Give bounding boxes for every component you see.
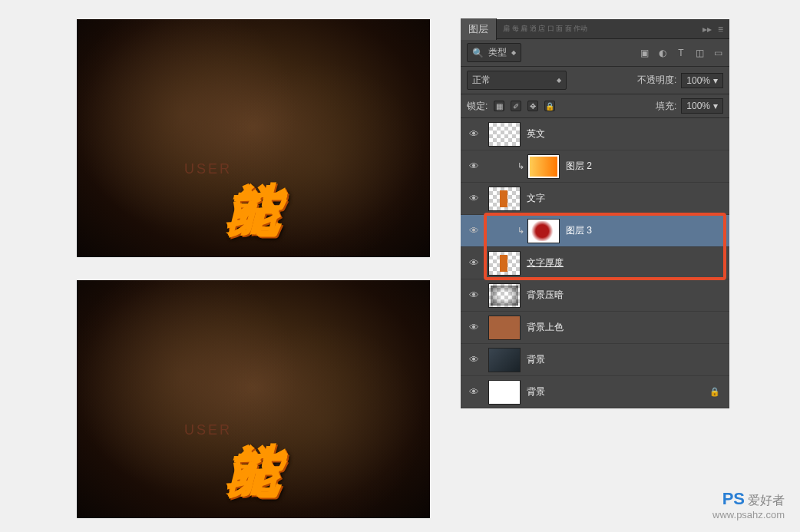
visibility-eye-icon[interactable]: 👁: [465, 354, 482, 365]
layer-thumbnail[interactable]: [488, 251, 521, 276]
opacity-value: 100%: [686, 75, 710, 86]
blend-row: 正常 ◆ 不透明度: 100% ▾: [461, 67, 729, 94]
opacity-control: 不透明度: 100% ▾: [637, 73, 723, 88]
layer-name-label[interactable]: 英文: [527, 127, 725, 140]
layer-name-label[interactable]: 背景: [527, 353, 725, 366]
chevron-down-icon: ◆: [511, 49, 516, 56]
preview-top: 充能站 USER: [77, 19, 430, 257]
user-watermark: USER: [184, 161, 232, 177]
filter-icon-strip: ▣ ◐ T ◫ ▭: [639, 48, 723, 58]
lock-icon: 🔒: [709, 387, 720, 397]
layer-name-label[interactable]: 背景压暗: [527, 289, 725, 302]
layer-name-label[interactable]: 图层 3: [566, 224, 725, 237]
collapse-icon[interactable]: ▸▸: [702, 24, 712, 35]
layer-thumbnail[interactable]: [488, 316, 521, 340]
layer-name-label[interactable]: 背景上色: [527, 321, 725, 334]
layer-row[interactable]: 👁英文: [461, 118, 729, 150]
layer-thumbnail[interactable]: [488, 348, 521, 372]
panel-menu-icon[interactable]: ≡: [718, 24, 723, 35]
fill-control: 填充: 100% ▾: [656, 98, 723, 114]
layer-row[interactable]: 👁背景上色: [461, 312, 729, 344]
visibility-eye-icon[interactable]: 👁: [465, 160, 482, 172]
filter-adjust-icon[interactable]: ◐: [657, 48, 668, 58]
blend-mode-dropdown[interactable]: 正常 ◆: [467, 71, 567, 90]
filter-image-icon[interactable]: ▣: [639, 48, 650, 58]
visibility-eye-icon[interactable]: 👁: [465, 128, 482, 140]
layer-thumbnail[interactable]: [527, 219, 560, 243]
layer-thumbnail[interactable]: [527, 154, 560, 179]
chevron-down-icon: ▾: [713, 101, 718, 111]
tab-layers[interactable]: 图层: [461, 18, 497, 40]
lock-move-icon[interactable]: ✥: [527, 101, 538, 111]
layer-row[interactable]: 👁↳图层 3: [461, 215, 729, 247]
visibility-eye-icon[interactable]: 👁: [465, 225, 482, 236]
layer-thumbnail[interactable]: [488, 122, 521, 147]
user-watermark: USER: [184, 422, 232, 438]
preview-bottom: 充能站 USER: [77, 280, 430, 518]
filter-text-icon[interactable]: T: [676, 48, 686, 58]
lock-row: 锁定: ▦ ✐ ✥ 🔒 填充: 100% ▾: [461, 94, 729, 118]
lock-brush-icon[interactable]: ✐: [511, 101, 521, 111]
lock-pixels-icon[interactable]: ▦: [494, 101, 504, 111]
fill-label: 填充:: [656, 100, 676, 113]
layer-name-label[interactable]: 图层 2: [566, 160, 725, 173]
search-icon: 🔍: [472, 48, 484, 58]
visibility-eye-icon[interactable]: 👁: [465, 289, 482, 301]
fill-value-box[interactable]: 100% ▾: [681, 98, 723, 114]
layer-thumbnail[interactable]: [488, 187, 521, 211]
layer-row[interactable]: 👁背景压暗: [461, 279, 729, 312]
watermark-cn: 爱好者: [748, 494, 785, 507]
fill-value: 100%: [686, 101, 710, 111]
opacity-label: 不透明度:: [637, 74, 676, 87]
filter-row: 🔍 类型 ◆ ▣ ◐ T ◫ ▭: [461, 39, 729, 67]
sibling-tabs[interactable]: 扁 每 扁 逍 扂 口 面 面 作动: [497, 24, 587, 34]
visibility-eye-icon[interactable]: 👁: [465, 386, 482, 398]
layer-name-label[interactable]: 文字: [527, 192, 725, 205]
canvas-previews: 充能站 USER 充能站 USER: [77, 19, 430, 532]
layers-list: 👁英文👁↳图层 2👁文字👁↳图层 3👁文字厚度👁背景压暗👁背景上色👁背景👁背景🔒: [461, 118, 729, 408]
layer-row[interactable]: 👁↳图层 2: [461, 150, 729, 183]
layers-panel: 图层 扁 每 扁 逍 扂 口 面 面 作动 ▸▸ ≡ 🔍 类型 ◆ ▣ ◐ T …: [461, 19, 729, 408]
layer-thumbnail[interactable]: [488, 380, 521, 405]
site-watermark: PS爱好者 www.psahz.com: [712, 489, 785, 520]
layer-row[interactable]: 👁文字: [461, 183, 729, 215]
visibility-eye-icon[interactable]: 👁: [465, 193, 482, 204]
filter-label: 类型: [488, 46, 507, 59]
clip-mask-icon: ↳: [517, 161, 524, 171]
layer-name-label[interactable]: 背景: [527, 385, 703, 398]
clip-mask-icon: ↳: [517, 226, 524, 236]
layer-name-label[interactable]: 文字厚度: [527, 256, 725, 269]
chevron-down-icon: ◆: [557, 77, 561, 84]
lock-all-icon[interactable]: 🔒: [544, 101, 555, 111]
watermark-url: www.psahz.com: [712, 509, 785, 520]
lock-label: 锁定:: [467, 100, 488, 113]
opacity-value-box[interactable]: 100% ▾: [681, 73, 723, 88]
filter-type-dropdown[interactable]: 🔍 类型 ◆: [467, 43, 521, 62]
layer-thumbnail[interactable]: [488, 283, 521, 308]
visibility-eye-icon[interactable]: 👁: [465, 257, 482, 269]
watermark-ps: PS: [722, 489, 745, 508]
visibility-eye-icon[interactable]: 👁: [465, 322, 482, 333]
panel-tabs: 图层 扁 每 扁 逍 扂 口 面 面 作动 ▸▸ ≡: [461, 19, 729, 39]
layer-row[interactable]: 👁背景🔒: [461, 376, 729, 408]
blend-mode-value: 正常: [472, 74, 491, 87]
filter-shape-icon[interactable]: ◫: [694, 48, 705, 58]
watermark-logo: PS爱好者: [712, 489, 785, 509]
layer-row[interactable]: 👁背景: [461, 344, 729, 376]
filter-smart-icon[interactable]: ▭: [712, 48, 723, 58]
chevron-down-icon: ▾: [713, 75, 718, 86]
layer-row[interactable]: 👁文字厚度: [461, 247, 729, 279]
